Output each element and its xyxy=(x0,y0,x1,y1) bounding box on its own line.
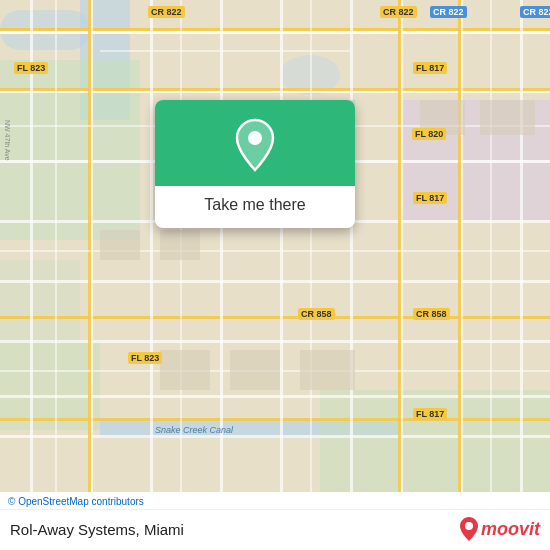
road-label-cr858-1: CR 858 xyxy=(298,308,335,320)
moovit-logo: moovit xyxy=(459,516,540,542)
road-label-cr858-2: CR 858 xyxy=(413,308,450,320)
svg-point-1 xyxy=(465,522,473,530)
popup-card: Take me there xyxy=(155,100,355,228)
road-label-fl823-1: FL 823 xyxy=(14,62,48,74)
moovit-brand-text: moovit xyxy=(481,519,540,540)
svg-point-0 xyxy=(248,131,262,145)
bottom-bar: © OpenStreetMap contributors Rol-Away Sy… xyxy=(0,492,550,550)
popup-bottom: Take me there xyxy=(155,186,355,228)
road-label-fl817-2: FL 817 xyxy=(413,192,447,204)
vertical-road-label: NW 47th Ave xyxy=(4,120,11,161)
popup-top xyxy=(155,100,355,186)
attribution-text: © OpenStreetMap contributors xyxy=(8,496,144,507)
location-name: Rol-Away Systems, Miami xyxy=(10,521,184,538)
canal-label: Snake Creek Canal xyxy=(155,425,233,435)
road-label-fl820: FL 820 xyxy=(412,128,446,140)
moovit-pin-icon xyxy=(459,516,479,542)
road-label-cr822-3: CR 822 xyxy=(430,6,467,18)
location-bar: Rol-Away Systems, Miami moovit xyxy=(0,510,550,550)
location-pin-icon xyxy=(233,118,277,172)
map-container: Snake Creek Canal CR 822 CR 822 FL 823 F… xyxy=(0,0,550,550)
attribution-bar: © OpenStreetMap contributors xyxy=(0,492,550,510)
road-label-cr822-1: CR 822 xyxy=(148,6,185,18)
road-label-cr822-2: CR 822 xyxy=(380,6,417,18)
map-background: Snake Creek Canal CR 822 CR 822 FL 823 F… xyxy=(0,0,550,550)
take-me-there-button[interactable]: Take me there xyxy=(204,196,305,213)
road-label-cr822-4: CR 822 xyxy=(520,6,550,18)
road-label-fl817-3: FL 817 xyxy=(413,408,447,420)
road-label-fl817-1: FL 817 xyxy=(413,62,447,74)
road-label-fl823-2: FL 823 xyxy=(128,352,162,364)
